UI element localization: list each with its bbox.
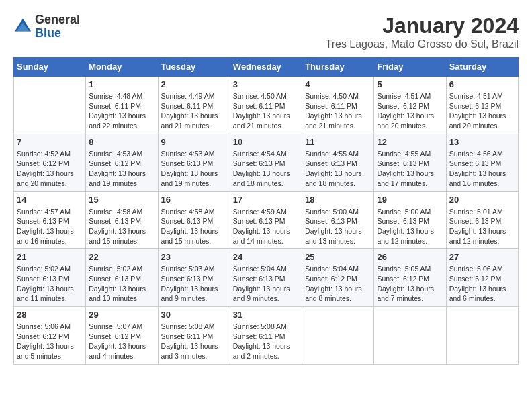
calendar-cell: 24Sunrise: 5:04 AMSunset: 6:13 PMDayligh… — [230, 249, 302, 307]
day-number: 8 — [89, 137, 154, 147]
day-number: 15 — [89, 195, 154, 205]
day-info: Sunrise: 4:50 AMSunset: 6:11 PMDaylight:… — [233, 91, 299, 131]
calendar-cell: 10Sunrise: 4:54 AMSunset: 6:13 PMDayligh… — [230, 134, 302, 191]
day-info: Sunrise: 4:51 AMSunset: 6:12 PMDaylight:… — [377, 91, 443, 131]
calendar-cell: 12Sunrise: 4:55 AMSunset: 6:13 PMDayligh… — [374, 134, 446, 191]
day-info: Sunrise: 5:08 AMSunset: 6:11 PMDaylight:… — [233, 322, 299, 361]
day-info: Sunrise: 4:51 AMSunset: 6:12 PMDaylight:… — [449, 91, 515, 131]
weekday-header-monday: Monday — [86, 58, 158, 77]
page-header: General Blue January 2024 Tres Lagoas, M… — [13, 13, 519, 50]
calendar-cell — [374, 307, 446, 365]
day-info: Sunrise: 4:56 AMSunset: 6:13 PMDaylight:… — [449, 149, 515, 189]
weekday-header-saturday: Saturday — [446, 58, 518, 77]
day-info: Sunrise: 5:07 AMSunset: 6:12 PMDaylight:… — [89, 322, 154, 361]
calendar-cell: 28Sunrise: 5:06 AMSunset: 6:12 PMDayligh… — [14, 307, 86, 365]
day-info: Sunrise: 5:06 AMSunset: 6:12 PMDaylight:… — [17, 322, 83, 361]
day-number: 30 — [161, 310, 227, 320]
logo: General Blue — [13, 13, 80, 40]
day-number: 29 — [89, 310, 154, 320]
calendar-cell: 22Sunrise: 5:02 AMSunset: 6:13 PMDayligh… — [86, 249, 158, 307]
day-info: Sunrise: 5:05 AMSunset: 6:12 PMDaylight:… — [377, 264, 443, 304]
calendar-cell: 11Sunrise: 4:55 AMSunset: 6:13 PMDayligh… — [302, 134, 374, 191]
day-info: Sunrise: 4:53 AMSunset: 6:13 PMDaylight:… — [161, 149, 227, 189]
day-number: 31 — [233, 310, 299, 320]
calendar-cell: 6Sunrise: 4:51 AMSunset: 6:12 PMDaylight… — [446, 77, 518, 134]
logo-icon — [13, 17, 32, 36]
day-number: 11 — [305, 137, 371, 147]
day-number: 13 — [449, 137, 515, 147]
day-number: 5 — [377, 79, 443, 89]
day-info: Sunrise: 5:04 AMSunset: 6:13 PMDaylight:… — [233, 264, 299, 304]
calendar-cell: 29Sunrise: 5:07 AMSunset: 6:12 PMDayligh… — [86, 307, 158, 365]
day-number: 23 — [161, 252, 227, 262]
calendar-cell: 9Sunrise: 4:53 AMSunset: 6:13 PMDaylight… — [158, 134, 230, 191]
day-number: 24 — [233, 252, 299, 262]
day-info: Sunrise: 4:58 AMSunset: 6:13 PMDaylight:… — [89, 207, 154, 246]
day-number: 14 — [17, 195, 83, 205]
weekday-header-sunday: Sunday — [14, 58, 86, 77]
calendar-cell: 21Sunrise: 5:02 AMSunset: 6:13 PMDayligh… — [14, 249, 86, 307]
location-title: Tres Lagoas, Mato Grosso do Sul, Brazil — [325, 38, 519, 50]
day-number: 2 — [161, 79, 227, 89]
calendar-cell: 18Sunrise: 5:00 AMSunset: 6:13 PMDayligh… — [302, 191, 374, 249]
day-info: Sunrise: 4:49 AMSunset: 6:11 PMDaylight:… — [161, 91, 227, 131]
day-number: 21 — [17, 252, 83, 262]
calendar-week-row: 21Sunrise: 5:02 AMSunset: 6:13 PMDayligh… — [14, 249, 519, 307]
calendar-cell: 3Sunrise: 4:50 AMSunset: 6:11 PMDaylight… — [230, 77, 302, 134]
day-info: Sunrise: 4:50 AMSunset: 6:11 PMDaylight:… — [305, 91, 371, 131]
calendar-cell: 25Sunrise: 5:04 AMSunset: 6:12 PMDayligh… — [302, 249, 374, 307]
title-area: January 2024 Tres Lagoas, Mato Grosso do… — [325, 13, 519, 50]
day-info: Sunrise: 5:03 AMSunset: 6:13 PMDaylight:… — [161, 264, 227, 304]
day-info: Sunrise: 5:02 AMSunset: 6:13 PMDaylight:… — [89, 264, 154, 304]
day-number: 7 — [17, 137, 83, 147]
calendar-cell: 8Sunrise: 4:53 AMSunset: 6:12 PMDaylight… — [86, 134, 158, 191]
day-number: 17 — [233, 195, 299, 205]
calendar-cell — [302, 307, 374, 365]
calendar-cell: 13Sunrise: 4:56 AMSunset: 6:13 PMDayligh… — [446, 134, 518, 191]
day-info: Sunrise: 5:00 AMSunset: 6:13 PMDaylight:… — [305, 207, 371, 246]
day-info: Sunrise: 4:55 AMSunset: 6:13 PMDaylight:… — [305, 149, 371, 189]
day-number: 22 — [89, 252, 154, 262]
day-number: 3 — [233, 79, 299, 89]
day-number: 6 — [449, 79, 515, 89]
calendar-cell: 7Sunrise: 4:52 AMSunset: 6:12 PMDaylight… — [14, 134, 86, 191]
weekday-header-friday: Friday — [374, 58, 446, 77]
day-info: Sunrise: 4:53 AMSunset: 6:12 PMDaylight:… — [89, 149, 154, 189]
day-info: Sunrise: 5:08 AMSunset: 6:11 PMDaylight:… — [161, 322, 227, 361]
calendar-cell: 27Sunrise: 5:06 AMSunset: 6:12 PMDayligh… — [446, 249, 518, 307]
logo-text: General Blue — [35, 13, 80, 40]
calendar-cell: 19Sunrise: 5:00 AMSunset: 6:13 PMDayligh… — [374, 191, 446, 249]
day-number: 9 — [161, 137, 227, 147]
day-info: Sunrise: 5:06 AMSunset: 6:12 PMDaylight:… — [449, 264, 515, 304]
calendar-cell — [14, 77, 86, 134]
calendar-week-row: 7Sunrise: 4:52 AMSunset: 6:12 PMDaylight… — [14, 134, 519, 191]
weekday-header-tuesday: Tuesday — [158, 58, 230, 77]
calendar-cell: 31Sunrise: 5:08 AMSunset: 6:11 PMDayligh… — [230, 307, 302, 365]
day-number: 4 — [305, 79, 371, 89]
calendar-cell: 15Sunrise: 4:58 AMSunset: 6:13 PMDayligh… — [86, 191, 158, 249]
calendar-cell — [446, 307, 518, 365]
calendar-cell: 14Sunrise: 4:57 AMSunset: 6:13 PMDayligh… — [14, 191, 86, 249]
day-info: Sunrise: 4:54 AMSunset: 6:13 PMDaylight:… — [233, 149, 299, 189]
day-number: 28 — [17, 310, 83, 320]
calendar-week-row: 14Sunrise: 4:57 AMSunset: 6:13 PMDayligh… — [14, 191, 519, 249]
day-number: 1 — [89, 79, 154, 89]
calendar-week-row: 28Sunrise: 5:06 AMSunset: 6:12 PMDayligh… — [14, 307, 519, 365]
weekday-header-thursday: Thursday — [302, 58, 374, 77]
day-number: 10 — [233, 137, 299, 147]
day-info: Sunrise: 4:48 AMSunset: 6:11 PMDaylight:… — [89, 91, 154, 131]
day-number: 26 — [377, 252, 443, 262]
calendar-cell: 26Sunrise: 5:05 AMSunset: 6:12 PMDayligh… — [374, 249, 446, 307]
day-info: Sunrise: 4:57 AMSunset: 6:13 PMDaylight:… — [17, 207, 83, 246]
day-info: Sunrise: 5:02 AMSunset: 6:13 PMDaylight:… — [17, 264, 83, 304]
day-info: Sunrise: 4:52 AMSunset: 6:12 PMDaylight:… — [17, 149, 83, 189]
day-number: 12 — [377, 137, 443, 147]
day-info: Sunrise: 4:59 AMSunset: 6:13 PMDaylight:… — [233, 207, 299, 246]
calendar-cell: 20Sunrise: 5:01 AMSunset: 6:13 PMDayligh… — [446, 191, 518, 249]
day-info: Sunrise: 5:04 AMSunset: 6:12 PMDaylight:… — [305, 264, 371, 304]
calendar-table: SundayMondayTuesdayWednesdayThursdayFrid… — [13, 57, 519, 365]
day-number: 19 — [377, 195, 443, 205]
weekday-header-row: SundayMondayTuesdayWednesdayThursdayFrid… — [14, 58, 519, 77]
day-info: Sunrise: 5:01 AMSunset: 6:13 PMDaylight:… — [449, 207, 515, 246]
day-number: 18 — [305, 195, 371, 205]
